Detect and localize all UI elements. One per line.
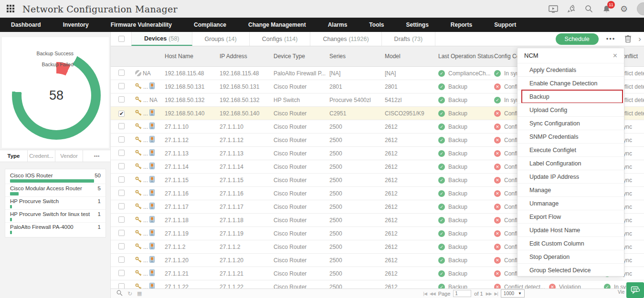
cell-host-name[interactable]: 192.168.115.48: [165, 70, 220, 77]
notifications-bell-icon[interactable]: 11: [602, 4, 611, 14]
row-checkbox[interactable]: [118, 190, 125, 196]
demo-video-icon[interactable]: [549, 4, 558, 14]
column-chooser-icon[interactable]: ▦: [137, 290, 142, 297]
cell-host-name[interactable]: 27.1.1.18: [165, 217, 220, 224]
cell-host-name[interactable]: 27.1.1.20: [165, 257, 220, 264]
cell-host-name[interactable]: 192.168.50.132: [165, 97, 220, 103]
menu-item-sync-configuration[interactable]: Sync Configuration: [517, 116, 624, 130]
cell-host-name[interactable]: 27.1.1.16: [165, 190, 220, 197]
nav-item-dashboard[interactable]: Dashboard: [0, 18, 52, 32]
col-ip-address[interactable]: IP Address: [220, 46, 274, 66]
device-type-row[interactable]: PaloAlto Firewall PA-40001: [5, 223, 106, 235]
chevron-right-icon[interactable]: ›: [638, 34, 641, 44]
cell-host-name[interactable]: 27.1.1.17: [165, 204, 220, 210]
sidebar-tab-type[interactable]: Type: [0, 150, 28, 162]
delete-trash-icon[interactable]: [623, 34, 633, 44]
cell-host-name[interactable]: 192.168.50.131: [165, 83, 220, 90]
row-checkbox[interactable]: ✔: [118, 111, 125, 117]
device-type-row[interactable]: HP Procurve Switch for linux test1: [5, 210, 106, 223]
menu-item-stop-operation[interactable]: Stop Operation: [517, 250, 624, 263]
col-host-name[interactable]: Host Name: [165, 46, 220, 66]
menu-close-icon[interactable]: ×: [613, 51, 617, 60]
row-checkbox[interactable]: [118, 96, 125, 103]
schedule-button[interactable]: Schedule: [556, 33, 599, 45]
menu-item-backup[interactable]: Backup: [517, 90, 624, 103]
tab-changes[interactable]: Changes(11926): [310, 32, 381, 46]
search-icon[interactable]: [584, 4, 593, 14]
tab-groups[interactable]: Groups(14): [192, 32, 250, 46]
device-type-row[interactable]: HP Procurve Switch1: [5, 197, 106, 210]
tab-devices[interactable]: Devices(58): [131, 32, 192, 46]
prev-page-icon[interactable]: ◀◀: [430, 291, 435, 296]
row-checkbox[interactable]: [118, 257, 125, 263]
page-input[interactable]: 1: [453, 290, 471, 297]
row-checkbox[interactable]: [118, 230, 125, 236]
nav-item-tools[interactable]: Tools: [358, 18, 395, 32]
nav-item-change-management[interactable]: Change Management: [237, 18, 317, 32]
menu-item-label-configuration[interactable]: Label Configuration: [517, 156, 624, 170]
row-checkbox[interactable]: [118, 83, 125, 89]
cell-host-name[interactable]: 27.1.1.22: [165, 284, 220, 289]
app-grid-icon[interactable]: [7, 5, 15, 13]
col-last-operation-status[interactable]: Last Operation Status: [438, 46, 494, 66]
menu-item-upload-config[interactable]: Upload Config: [517, 103, 624, 116]
sidebar-tab-vendor[interactable]: Vendor: [55, 150, 83, 162]
col-device-type[interactable]: Device Type: [274, 46, 329, 66]
tab-drafts[interactable]: Drafts(73): [382, 32, 436, 46]
row-checkbox[interactable]: [118, 150, 125, 156]
refresh-icon[interactable]: ↻: [127, 290, 132, 297]
menu-item-edit-custom-column[interactable]: Edit Custom Column: [517, 236, 624, 250]
row-checkbox[interactable]: [118, 123, 125, 129]
row-checkbox[interactable]: [118, 136, 125, 143]
rocket-icon[interactable]: [566, 4, 576, 14]
more-actions-icon[interactable]: •••: [606, 35, 616, 42]
menu-item-group-selected-device[interactable]: Group Selected Device: [517, 263, 624, 277]
gear-icon[interactable]: ⚙: [619, 4, 629, 14]
row-checkbox[interactable]: [118, 163, 125, 169]
nav-item-compliance[interactable]: Compliance: [183, 18, 237, 32]
cell-host-name[interactable]: 27.1.1.15: [165, 177, 220, 184]
row-checkbox[interactable]: [118, 216, 125, 223]
nav-item-reports[interactable]: Reports: [440, 18, 483, 32]
select-all-checkbox[interactable]: [118, 36, 125, 42]
nav-item-settings[interactable]: Settings: [395, 18, 439, 32]
nav-item-inventory[interactable]: Inventory: [52, 18, 100, 32]
row-checkbox[interactable]: [118, 203, 125, 209]
row-checkbox[interactable]: [118, 70, 125, 76]
sidebar-tab-credent[interactable]: Credent...: [28, 150, 55, 162]
cell-host-name[interactable]: 27.1.1.10: [165, 123, 220, 130]
user-avatar[interactable]: [637, 2, 644, 15]
backup-status-chart[interactable]: Backup Success Backup Failed 58: [2, 37, 109, 148]
col-series[interactable]: Series: [329, 46, 385, 66]
cell-host-name[interactable]: 27.1.1.19: [165, 230, 220, 237]
page-size-select[interactable]: 1000▼: [501, 289, 525, 298]
nav-item-alarms[interactable]: Alarms: [317, 18, 359, 32]
col-model[interactable]: Model: [385, 46, 438, 66]
device-type-row[interactable]: Cisco Modular Access Router5: [5, 184, 106, 197]
table-search-icon[interactable]: [116, 290, 123, 297]
row-checkbox[interactable]: [118, 283, 125, 289]
sidebar-tab-[interactable]: •••: [83, 150, 111, 162]
menu-item-execute-configlet[interactable]: Execute Configlet: [517, 143, 624, 156]
cell-host-name[interactable]: 27.1.1.2: [165, 244, 220, 250]
device-row[interactable]: ...27.1.1.2227.1.1.22Cisco Router2500261…: [111, 280, 644, 288]
tab-configs[interactable]: Configs(114): [250, 32, 311, 46]
cell-host-name[interactable]: 27.1.1.21: [165, 270, 220, 277]
menu-item-update-host-name[interactable]: Update Host Name: [517, 223, 624, 236]
feedback-chat-button[interactable]: [626, 282, 644, 298]
menu-item-manage[interactable]: Manage: [517, 183, 624, 196]
cell-host-name[interactable]: 27.1.1.12: [165, 137, 220, 144]
menu-item-apply-credentials[interactable]: Apply Credentials: [517, 63, 624, 76]
next-page-icon[interactable]: ▶▶: [486, 291, 492, 296]
menu-item-snmp-credentials[interactable]: SNMP Credentials: [517, 130, 624, 143]
device-type-row[interactable]: Cisco IOS Router50: [5, 171, 106, 184]
row-checkbox[interactable]: [118, 176, 125, 183]
row-checkbox[interactable]: [118, 270, 125, 276]
last-page-icon[interactable]: ▶|: [495, 291, 498, 296]
nav-item-support[interactable]: Support: [483, 18, 527, 32]
first-page-icon[interactable]: |◀: [423, 291, 427, 296]
menu-item-export-flow[interactable]: Export Flow: [517, 210, 624, 223]
cell-host-name[interactable]: 27.1.1.13: [165, 150, 220, 157]
menu-item-enable-change-detection[interactable]: Enable Change Detection: [517, 76, 624, 90]
menu-item-unmanage[interactable]: Unmanage: [517, 196, 624, 210]
